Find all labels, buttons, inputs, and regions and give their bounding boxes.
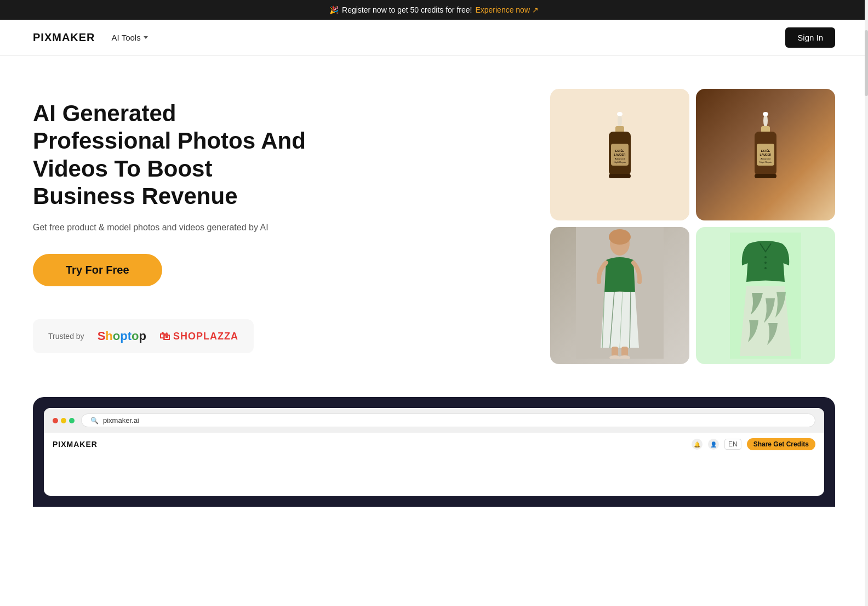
perfume-bottle-light: ESTÉE LAUDER Advanced Night Repair: [598, 111, 642, 199]
browser-mockup-section: 🔍 pixmaker.ai PIXMAKER 🔔 👤 EN Share Get …: [33, 397, 835, 507]
flatlay-clothing-image: [696, 227, 835, 364]
browser-dot-yellow: [61, 418, 66, 423]
fashion-placeholder: [550, 227, 689, 364]
ai-tools-button[interactable]: AI Tools: [112, 33, 148, 42]
browser-search-bar[interactable]: 🔍 pixmaker.ai: [81, 414, 815, 427]
notification-icon[interactable]: 🔔: [692, 439, 703, 450]
try-for-free-button[interactable]: Try For Free: [33, 254, 162, 286]
hero-section: AI Generated Professional Photos And Vid…: [0, 56, 868, 386]
sign-in-button[interactable]: Sign In: [785, 27, 835, 48]
browser-bar: 🔍 pixmaker.ai: [44, 408, 824, 433]
svg-point-29: [764, 262, 767, 264]
browser-url: pixmaker.ai: [103, 416, 139, 424]
svg-text:Night Repair: Night Repair: [614, 161, 626, 163]
user-icon[interactable]: 👤: [708, 439, 719, 450]
perfume-light-container: ESTÉE LAUDER Advanced Night Repair: [550, 89, 689, 220]
svg-text:LAUDER: LAUDER: [760, 153, 772, 156]
flatlay-container: [696, 227, 835, 364]
browser-dot-green: [69, 418, 75, 423]
fashion-figure-svg: [576, 227, 664, 359]
svg-point-28: [764, 256, 767, 258]
shoplazza-logo: 🛍 SHOPLAZZA: [159, 330, 238, 343]
scrollbar-track[interactable]: [865, 0, 868, 507]
banner-text: Register now to get 50 credits for free!: [342, 5, 472, 14]
svg-point-1: [617, 112, 623, 116]
logo: PIXMAKER: [33, 31, 95, 44]
svg-rect-19: [755, 174, 776, 178]
shoptop-logo: Shoptop: [98, 329, 146, 343]
svg-text:Advanced: Advanced: [761, 157, 770, 160]
svg-point-30: [764, 267, 767, 269]
browser-content: PIXMAKER 🔔 👤 EN Share Get Credits: [44, 433, 824, 456]
banner-emoji: 🎉: [329, 5, 339, 14]
svg-text:Advanced: Advanced: [615, 157, 625, 160]
nav-left: PIXMAKER AI Tools: [33, 31, 148, 44]
browser-pixmaker-logo: PIXMAKER: [53, 440, 98, 449]
navbar: PIXMAKER AI Tools Sign In: [0, 20, 868, 56]
scrollbar-thumb[interactable]: [865, 30, 868, 96]
browser-inner: 🔍 pixmaker.ai PIXMAKER 🔔 👤 EN Share Get …: [44, 408, 824, 496]
hero-left: AI Generated Professional Photos And Vid…: [33, 100, 318, 354]
browser-actions: 🔔 👤 EN Share Get Credits: [692, 438, 815, 450]
browser-dot-red: [53, 418, 58, 423]
search-icon: 🔍: [90, 417, 99, 424]
hero-subtitle: Get free product & model photos and vide…: [33, 221, 318, 234]
fashion-model-image: [550, 227, 689, 364]
trusted-label: Trusted by: [48, 332, 84, 341]
product-dark-container: ESTÉE LAUDER Advanced Night Repair: [696, 89, 835, 220]
chevron-down-icon: [144, 36, 148, 39]
hero-title: AI Generated Professional Photos And Vid…: [33, 100, 318, 211]
flatlay-svg: [730, 233, 801, 359]
svg-rect-24: [621, 347, 628, 356]
banner-link[interactable]: Experience now ↗: [475, 5, 539, 14]
svg-rect-9: [609, 174, 631, 178]
trusted-section: Trusted by Shoptop 🛍 SHOPLAZZA: [33, 319, 254, 353]
top-banner: 🎉 Register now to get 50 credits for fre…: [0, 0, 868, 20]
svg-text:ESTÉE: ESTÉE: [615, 149, 625, 152]
hero-image-grid: ESTÉE LAUDER Advanced Night Repair: [550, 89, 835, 364]
product-image-dark: ESTÉE LAUDER Advanced Night Repair: [696, 89, 835, 220]
svg-rect-23: [612, 347, 618, 356]
svg-point-22: [609, 229, 631, 245]
svg-point-11: [763, 112, 768, 116]
browser-dots: [53, 418, 75, 423]
product-image-light: ESTÉE LAUDER Advanced Night Repair: [550, 89, 689, 220]
language-selector[interactable]: EN: [724, 439, 741, 450]
share-credits-button[interactable]: Share Get Credits: [747, 438, 815, 450]
svg-text:ESTÉE: ESTÉE: [761, 149, 770, 152]
perfume-bottle-dark: ESTÉE LAUDER Advanced Night Repair: [744, 111, 787, 199]
svg-text:Night Repair: Night Repair: [760, 161, 772, 163]
svg-text:LAUDER: LAUDER: [614, 153, 626, 156]
